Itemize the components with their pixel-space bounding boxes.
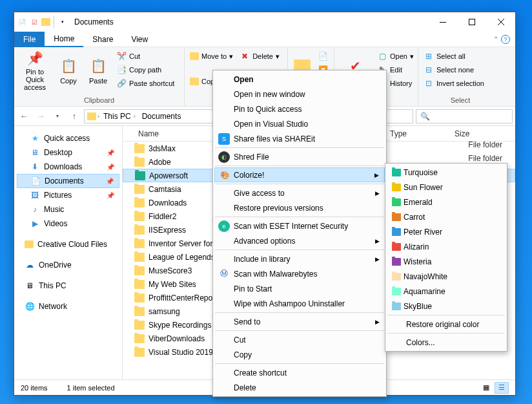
color-option[interactable]: Peter River: [387, 224, 506, 239]
col-type[interactable]: Type: [386, 129, 451, 138]
ctx-include-library[interactable]: Include in library▶: [214, 251, 385, 266]
nav-desktop[interactable]: 🖥Desktop📌: [17, 145, 119, 160]
color-option[interactable]: Turquoise: [387, 165, 506, 180]
invert-selection-button[interactable]: ⊡Invert selection: [421, 77, 487, 90]
tab-home[interactable]: Home: [45, 32, 83, 47]
ctx-open[interactable]: Open: [214, 72, 385, 87]
details-view-button[interactable]: ☰: [495, 382, 509, 394]
open-button[interactable]: ▢Open ▾: [374, 50, 416, 63]
color-label: Turquoise: [404, 168, 438, 177]
pc-icon: 🖥: [25, 281, 35, 291]
thumbnail-view-button[interactable]: ▦: [479, 382, 493, 394]
qat-icon[interactable]: ☑: [29, 17, 39, 27]
file-name: League of Legends: [148, 253, 215, 262]
ctx-malwarebytes[interactable]: ⓂScan with Malwarebytes: [214, 266, 385, 281]
folder-icon: [41, 18, 50, 26]
ctx-open-new-window[interactable]: Open in new window: [214, 87, 385, 101]
color-swatch-icon: [392, 169, 401, 176]
ctx-shareit[interactable]: SShare files via SHAREit: [214, 131, 385, 146]
file-name: IISExpress: [148, 226, 186, 235]
ctx-advanced[interactable]: Advanced options▶: [214, 233, 385, 248]
ctx-shred[interactable]: ◐Shred File: [214, 149, 385, 164]
restore-color[interactable]: Restore original color: [387, 317, 506, 332]
nav-creative-cloud[interactable]: Creative Cloud Files: [17, 237, 119, 251]
select-none-button[interactable]: ⊟Select none: [421, 63, 487, 76]
ctx-restore-versions[interactable]: Restore previous versions: [214, 200, 385, 215]
color-option[interactable]: Emerald: [387, 195, 506, 209]
paste-shortcut-button[interactable]: 🔗Paste shortcut: [114, 77, 177, 90]
color-option[interactable]: NavajoWhite: [387, 269, 506, 284]
colorize-icon: 🎨: [219, 169, 230, 181]
ctx-send-to[interactable]: Send to▶: [214, 314, 385, 329]
ctx-create-shortcut[interactable]: Create shortcut: [214, 365, 385, 380]
selection-count: 1 item selected: [67, 384, 115, 392]
ctx-pin-start[interactable]: Pin to Start: [214, 281, 385, 296]
cut-button[interactable]: ✂️Cut: [114, 50, 177, 63]
ctx-cut[interactable]: Cut: [214, 332, 385, 347]
nav-music[interactable]: ♪Music: [17, 202, 119, 217]
paste-shortcut-icon: 🔗: [116, 78, 127, 89]
nav-onedrive[interactable]: ☁OneDrive: [17, 258, 119, 272]
more-colors[interactable]: Colors...: [387, 335, 506, 350]
ctx-give-access[interactable]: Give access to▶: [214, 186, 385, 200]
copy-path-button[interactable]: 📑Copy path: [114, 63, 177, 76]
nav-videos[interactable]: ▶Videos: [17, 217, 119, 231]
paste-button[interactable]: 📋Paste: [84, 48, 112, 92]
color-option[interactable]: Aquamarine: [387, 284, 506, 299]
nav-documents[interactable]: 📄Documents📌: [17, 174, 119, 188]
type-cell: File folder: [468, 138, 502, 151]
ribbon-collapse-icon[interactable]: ⌃: [493, 36, 498, 43]
nav-downloads[interactable]: ⬇Downloads📌: [17, 160, 119, 174]
minimize-button[interactable]: [428, 12, 457, 32]
new-item-button[interactable]: 📄: [315, 50, 331, 63]
forward-button[interactable]: →: [34, 109, 48, 123]
close-button[interactable]: [486, 12, 515, 32]
ctx-pin-quick[interactable]: Pin to Quick access: [214, 101, 385, 116]
group-label: Select: [421, 96, 500, 105]
color-option[interactable]: Carrot: [387, 209, 506, 224]
context-menu: Open Open in new window Pin to Quick acc…: [212, 70, 387, 397]
tab-file[interactable]: File: [14, 32, 45, 47]
network-icon: 🌐: [25, 301, 35, 312]
recent-dropdown[interactable]: ▾: [50, 109, 65, 123]
tab-share[interactable]: Share: [83, 32, 122, 47]
ctx-ashampoo[interactable]: Wipe with Ashampoo Uninstaller: [214, 296, 385, 311]
color-option[interactable]: Wisteria: [387, 254, 506, 269]
nav-quick-access[interactable]: ★Quick access: [17, 131, 119, 145]
search-input[interactable]: 🔍: [416, 109, 513, 123]
tab-view[interactable]: View: [122, 32, 157, 47]
pin-quick-access-button[interactable]: 📌Pin to Quick access: [17, 48, 53, 92]
delete-button[interactable]: ✖Delete ▾: [237, 50, 282, 63]
color-option[interactable]: Alizarin: [387, 239, 506, 254]
nav-thispc[interactable]: 🖥This PC: [17, 279, 119, 293]
color-option[interactable]: SkyBlue: [387, 299, 506, 314]
move-to-button[interactable]: Move to ▾: [187, 50, 236, 63]
ctx-open-vs[interactable]: Open in Visual Studio: [214, 116, 385, 131]
help-icon[interactable]: ?: [501, 35, 510, 44]
folder-icon: [134, 185, 145, 194]
ctx-delete[interactable]: Delete: [214, 380, 385, 395]
ctx-copy[interactable]: Copy: [214, 347, 385, 362]
ctx-eset[interactable]: eScan with ESET Internet Security: [214, 218, 385, 233]
maximize-button[interactable]: [457, 12, 486, 32]
qat-dropdown-icon[interactable]: ▾: [57, 17, 68, 27]
copy-button[interactable]: 📋Copy: [54, 48, 83, 92]
nav-network[interactable]: 🌐Network: [17, 299, 119, 314]
color-label: Wisteria: [404, 257, 431, 266]
color-option[interactable]: Sun Flower: [387, 180, 506, 195]
select-all-button[interactable]: ⊞Select all: [421, 50, 487, 63]
ctx-colorize[interactable]: 🎨Colorize!▶: [214, 167, 385, 182]
crumb-documents[interactable]: Documents: [139, 112, 184, 121]
folder-icon: [134, 144, 145, 153]
folder-icon: [87, 112, 96, 120]
file-name: Downloads: [148, 198, 187, 207]
crumb-thispc[interactable]: This PC ›: [101, 112, 138, 121]
file-name: MuseScore3: [148, 266, 192, 275]
col-size[interactable]: Size: [451, 129, 473, 138]
search-icon: 🔍: [420, 112, 430, 121]
malwarebytes-icon: Ⓜ: [218, 268, 230, 280]
back-button[interactable]: ←: [17, 109, 31, 123]
submenu-arrow-icon: ▶: [374, 172, 379, 178]
up-button[interactable]: ↑: [67, 109, 81, 123]
nav-pictures[interactable]: 🖼Pictures📌: [17, 188, 119, 202]
